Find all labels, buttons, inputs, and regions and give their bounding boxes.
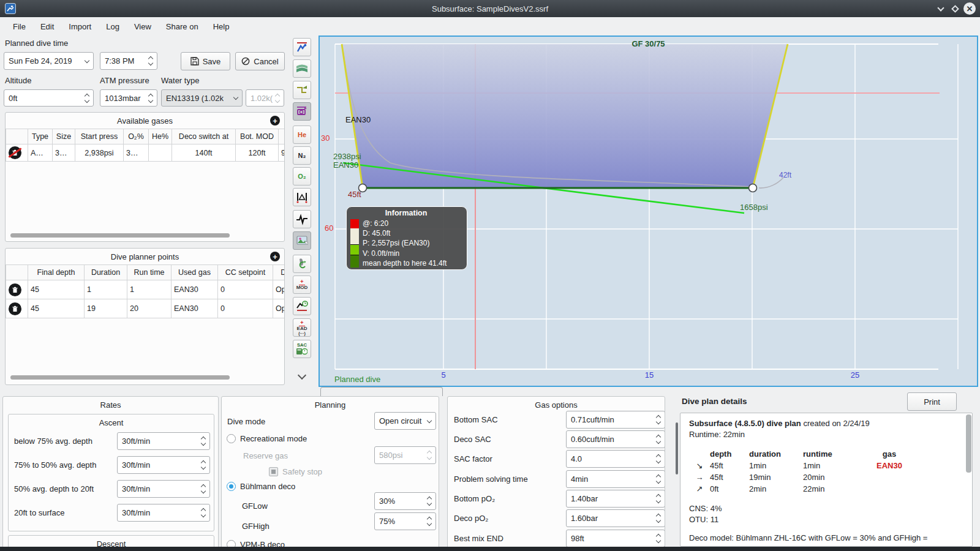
photos-icon[interactable] [293, 231, 311, 250]
point-dive-mode[interactable]: Open circuit [273, 299, 285, 318]
pt-col-cc-setpoint[interactable]: CC setpoint [218, 265, 273, 280]
pt-col-duration[interactable]: Duration [85, 265, 127, 280]
gas-size-cell[interactable]: 3… [53, 144, 75, 162]
dive-time-spinner[interactable]: 7:38 PM [100, 52, 157, 70]
gases-horizontal-scrollbar[interactable] [10, 233, 230, 238]
details-vertical-scrollbar[interactable] [966, 414, 971, 473]
point-run-time[interactable]: 20 [127, 299, 172, 318]
spinner-arrows[interactable] [198, 509, 205, 517]
title-bar[interactable]: Subsurface: SampleDivesV2.ssrf ✕ [0, 0, 980, 17]
ruler-icon[interactable] [293, 188, 311, 206]
point-dive-mode[interactable]: Open circuit [273, 280, 285, 299]
recreational-mode-radio[interactable] [227, 434, 236, 443]
print-button[interactable]: Print [907, 392, 957, 411]
spinner-arrows[interactable] [654, 534, 660, 542]
spinner-arrows[interactable] [82, 94, 89, 102]
spinner-arrows[interactable] [654, 416, 660, 424]
problem-solving-time-spinner[interactable]: 4min [566, 470, 665, 488]
gas-col-o2[interactable]: O₂% [124, 129, 149, 144]
gas-delete-cell[interactable] [6, 144, 28, 162]
menu-help[interactable]: Help [206, 20, 236, 34]
cancel-button[interactable]: Cancel [235, 52, 285, 70]
altitude-spinner[interactable]: 0ft [4, 89, 94, 107]
points-horizontal-scrollbar[interactable] [10, 375, 230, 380]
close-icon[interactable]: ✕ [963, 2, 976, 15]
gas-o2-cell[interactable]: 3… [124, 144, 149, 162]
gfhigh-spinner[interactable]: 75% [374, 512, 436, 530]
pt-col-dive-mode[interactable]: Dive mode [273, 265, 285, 280]
spinner-arrows[interactable] [654, 495, 660, 503]
gas-col-size[interactable]: Size [53, 129, 75, 144]
gas-col-he[interactable]: He% [149, 129, 172, 144]
trash-icon[interactable] [9, 283, 21, 296]
setpoint-graph-icon[interactable] [293, 102, 311, 121]
add-gas-button[interactable]: + [270, 116, 280, 126]
pt-col-used-gas[interactable]: Used gas [172, 265, 218, 280]
splitter-handle[interactable] [676, 422, 678, 474]
spinner-arrows[interactable] [424, 497, 431, 505]
trash-icon[interactable] [9, 302, 21, 315]
n2-graph-button[interactable]: N₂ [293, 146, 311, 165]
point-used-gas[interactable]: EAN30 [172, 280, 218, 299]
menu-edit[interactable]: Edit [34, 20, 61, 34]
diver-clock-icon[interactable] [293, 297, 311, 315]
point-duration[interactable]: 1 [85, 280, 127, 299]
spinner-arrows[interactable] [654, 514, 660, 522]
gas-he-cell[interactable] [149, 144, 172, 162]
dive-profile-chart[interactable]: GF 30/75 EAN30 30 60 2938psi EAN30 45ft … [318, 36, 978, 387]
point-delete-cell[interactable] [6, 280, 28, 299]
menu-view[interactable]: View [127, 20, 158, 34]
spinner-arrows[interactable] [424, 517, 431, 525]
point-final-depth[interactable]: 45 [28, 280, 85, 299]
ead-button[interactable]: +EAD(···) [293, 318, 311, 337]
best-mix-end-spinner[interactable]: 98ft [566, 530, 665, 547]
gas-mnd-cell[interactable]: 98f [279, 144, 285, 162]
menu-log[interactable]: Log [99, 20, 126, 34]
point-cc-setpoint[interactable]: 0 [218, 280, 273, 299]
rate-spinner-3[interactable]: 30ft/min [117, 480, 210, 498]
maximize-icon[interactable] [948, 2, 962, 15]
rate-spinner-1[interactable]: 30ft/min [117, 432, 210, 450]
pt-col-final-depth[interactable]: Final depth [28, 265, 85, 280]
pt-col-run-time[interactable]: Run time [127, 265, 172, 280]
sac-button[interactable]: SAC [293, 340, 311, 358]
save-button[interactable]: Save [181, 52, 230, 70]
dive-date-select[interactable]: Sun Feb 24, 2019 [4, 52, 94, 70]
diver-ceiling-icon[interactable] [293, 38, 311, 56]
buhlmann-deco-radio[interactable] [227, 482, 236, 491]
toolbar-scroll-down-icon[interactable] [295, 372, 309, 382]
point-cc-setpoint[interactable]: 0 [218, 299, 273, 318]
spinner-arrows[interactable] [654, 455, 660, 463]
he-graph-button[interactable]: He [293, 126, 311, 144]
point-final-depth[interactable]: 45 [28, 299, 85, 318]
gas-col-bot-mod[interactable]: Bot. MOD [236, 129, 279, 144]
gas-col-type[interactable]: Type [28, 129, 53, 144]
spinner-arrows[interactable] [198, 485, 205, 493]
menu-file[interactable]: File [6, 20, 32, 34]
dive-plan-text-box[interactable]: Subsurface (4.8.5.0) dive plan created o… [680, 413, 973, 547]
gas-bot-mod-cell[interactable]: 120ft [236, 144, 279, 162]
spinner-arrows[interactable] [654, 475, 660, 483]
menu-import[interactable]: Import [62, 20, 98, 34]
gas-switch-graph-icon[interactable] [293, 81, 311, 99]
menu-share-on[interactable]: Share on [159, 20, 205, 34]
sac-factor-spinner[interactable]: 4.0 [566, 450, 665, 468]
spinner-arrows[interactable] [146, 94, 153, 102]
gas-col-start-press[interactable]: Start press [75, 129, 124, 144]
water-type-select[interactable]: EN13319 (1.02k [161, 89, 243, 107]
spinner-arrows[interactable] [654, 435, 660, 443]
point-run-time[interactable]: 1 [127, 280, 172, 299]
gflow-spinner[interactable]: 30% [374, 492, 436, 510]
gas-deco-switch-cell[interactable]: 140ft [172, 144, 236, 162]
gas-col-mnd[interactable]: MN [279, 129, 285, 144]
calculated-ceiling-icon[interactable] [293, 59, 311, 78]
mod-button[interactable]: +MOD [293, 276, 311, 294]
gas-col-deco-switch[interactable]: Deco switch at [172, 129, 236, 144]
dive-mode-select[interactable]: Open circuit [374, 412, 436, 430]
bottom-po2-spinner[interactable]: 1.40bar [566, 490, 665, 508]
deco-po2-spinner[interactable]: 1.60bar [566, 509, 665, 527]
point-duration[interactable]: 19 [85, 299, 127, 318]
minimize-icon[interactable] [934, 2, 948, 15]
point-used-gas[interactable]: EAN30 [172, 299, 218, 318]
point-delete-cell[interactable] [6, 299, 28, 318]
